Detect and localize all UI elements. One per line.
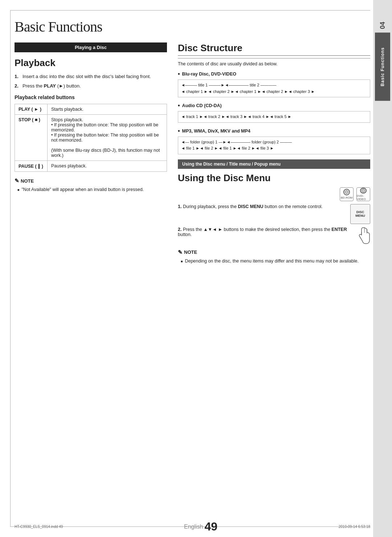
bd-rom-label: BD-ROM [341,196,352,199]
step-1: 1. Insert a disc into the disc slot with… [15,73,167,80]
language-label: English [184,524,203,530]
footer-date: 2010-09-14 6:53:18 [339,525,370,529]
note-label-right: NOTE [184,249,197,255]
page-border-left [10,10,11,527]
audiocd-diagram: ◄ track 1 ►◄ track 2 ►◄ track 3 ►◄ track… [178,111,370,123]
disc-icons-row: BD-ROM DVD-VIDEO [178,187,370,201]
section-divider [178,58,370,58]
page-border-top [10,10,370,11]
chapter-number: 04 [379,22,387,29]
step-2: 2. Press the PLAY (►) button. [15,82,167,90]
audiocd-label-text: Audio CD (CD-DA) [182,103,222,108]
note-header-left: ✎ NOTE [15,178,167,184]
play-button-label: PLAY ( ► ) [15,104,48,115]
dvd-video-label: DVD-VIDEO [357,194,370,201]
bluray-diagram-line-1: ◄——— title 1 ———►◄————— title 2 ———— [181,82,367,89]
mp3-diagram: ◄— folder (group) 1 —►◄————— folder (gro… [178,137,370,154]
step-1-num: 1. [178,204,181,209]
two-column-layout: Playing a Disc Playback 1. Insert a disc… [15,42,370,522]
audiocd-diagram-line-1: ◄ track 1 ►◄ track 2 ►◄ track 3 ►◄ track… [181,114,367,120]
chapter-label: Basic Functions [375,33,390,101]
note-list-right: Depending on the disc, the menu items ma… [178,258,370,265]
disc-menu-step-2: 2. Press the ▲▼◄ ► buttons to make the d… [178,227,370,246]
page-number: 49 [205,520,218,533]
note-item-right-1-text: Depending on the disc, the menu items ma… [185,258,359,265]
main-content: Basic Functions Playing a Disc Playback … [15,15,370,522]
bluray-diagram-line-2: ◄ chapter 1 ►◄ chapter 2 ►◄ chapter 1 ►◄… [181,89,367,95]
note-pencil-icon-right: ✎ [178,249,183,256]
bluray-diagram: ◄——— title 1 ———►◄————— title 2 ———— ◄ c… [178,80,370,97]
disc-menu-banner: Using the Disc menu / Title menu / Popup… [178,159,370,169]
mp3-diagram-line-2: ◄ file 1 ►◄ file 2 ►◄ file 1 ►◄ file 2 ►… [181,145,367,152]
disc-type-audiocd: Audio CD (CD-DA) ◄ track 1 ►◄ track 2 ►◄… [178,102,370,123]
bd-rom-icon-box: BD-ROM [340,187,354,201]
disc-structure-intro: The contents of disc are usually divided… [178,61,370,66]
audiocd-label: Audio CD (CD-DA) [178,102,370,109]
disc-menu-step-1: 1. During playback, press the DISC MENU … [178,204,370,224]
playback-table: PLAY ( ► ) Starts playback. STOP ( ■ ) S… [15,104,167,172]
mp3-diagram-line-1: ◄— folder (group) 1 —►◄————— folder (gro… [181,139,367,146]
bluray-label: Blu-ray Disc, DVD-VIDEO [178,71,370,77]
left-column: Playing a Disc Playback 1. Insert a disc… [15,42,167,522]
table-row-play: PLAY ( ► ) Starts playback. [15,104,167,115]
note-list-left: "Not Available" will appear when an inva… [15,186,167,193]
page-title: Basic Functions [15,18,370,35]
note-section-right: ✎ NOTE Depending on the disc, the menu i… [178,249,370,265]
bluray-label-text: Blu-ray Disc, DVD-VIDEO [182,72,236,77]
pause-button-label: PAUSE ( ‖ ) [15,161,48,172]
svg-point-3 [363,190,364,191]
stop-description: Stops playback. • If pressing the button… [48,115,167,161]
stop-button-label: STOP ( ■ ) [15,115,48,161]
mp3-label-text: MP3, WMA, DivX, MKV and MP4 [182,129,250,134]
disc-type-bluray: Blu-ray Disc, DVD-VIDEO ◄——— title 1 ———… [178,71,370,97]
bd-rom-circle [343,189,350,195]
note-pencil-icon: ✎ [15,178,19,184]
table-row-stop: STOP ( ■ ) Stops playback. • If pressing… [15,115,167,161]
disc-type-mp3: MP3, WMA, DivX, MKV and MP4 ◄— folder (g… [178,128,370,154]
step-2-num: 2. [15,82,20,90]
note-section-left: ✎ NOTE "Not Available" will appear when … [15,178,167,193]
page-footer: HT-C9930_ELS_0914.indd 49 English 49 201… [15,520,370,533]
dvd-video-icon-box: DVD-VIDEO [356,187,370,201]
disc-structure-title: Disc Structure [178,42,370,56]
page-number-area: English 49 [184,520,217,533]
note-header-right: ✎ NOTE [178,249,370,256]
playback-buttons-heading: Playback related buttons [15,94,167,100]
playback-steps-list: 1. Insert a disc into the disc slot with… [15,73,167,89]
mp3-label: MP3, WMA, DivX, MKV and MP4 [178,128,370,134]
step-1-num: 1. [15,73,20,80]
table-row-pause: PAUSE ( ‖ ) Pauses playback. [15,161,167,172]
playback-title: Playback [15,57,167,69]
step-1-text: Insert a disc into the disc slot with th… [23,73,151,80]
note-label-left: NOTE [21,178,34,184]
step-2-content: 2. Press the ▲▼◄ ► buttons to make the d… [178,227,352,237]
footer-file: HT-C9930_ELS_0914.indd 49 [15,525,63,529]
note-item-1: "Not Available" will appear when an inva… [17,186,167,193]
using-disc-menu-title: Using the Disc Menu [178,172,370,184]
disc-menu-image: DISCMENU [350,204,370,224]
pause-description: Pauses playback. [48,161,167,172]
note-item-1-text: "Not Available" will appear when an inva… [21,186,144,193]
right-sidebar: 04 Basic Functions [373,0,392,537]
right-column: Disc Structure The contents of disc are … [178,42,370,522]
disc-menu-steps: 1. During playback, press the DISC MENU … [178,204,370,246]
step-2-num: 2. [178,227,181,232]
hand-cursor-icon [356,227,370,246]
playing-a-disc-header: Playing a Disc [15,42,167,52]
dvd-video-circle [360,188,367,194]
note-item-right-1: Depending on the disc, the menu items ma… [181,258,370,265]
step-2-text: Press the PLAY (►) button. [23,82,81,90]
step-1-content: 1. During playback, press the DISC MENU … [178,204,347,209]
svg-point-1 [346,192,347,192]
play-description: Starts playback. [48,104,167,115]
